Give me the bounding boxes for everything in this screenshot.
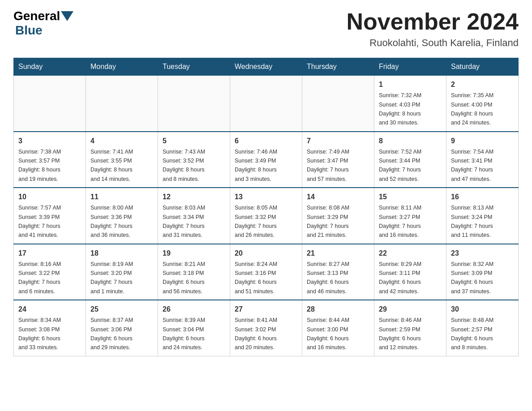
calendar-week-4: 17Sunrise: 8:16 AM Sunset: 3:22 PM Dayli…	[14, 244, 519, 300]
calendar-cell: 20Sunrise: 8:24 AM Sunset: 3:16 PM Dayli…	[230, 244, 302, 300]
calendar-cell: 14Sunrise: 8:08 AM Sunset: 3:29 PM Dayli…	[302, 188, 374, 244]
calendar-cell: 4Sunrise: 7:41 AM Sunset: 3:55 PM Daylig…	[86, 132, 158, 188]
calendar-cell	[14, 76, 86, 132]
day-info: Sunrise: 7:57 AM Sunset: 3:39 PM Dayligh…	[18, 205, 61, 238]
day-info: Sunrise: 8:37 AM Sunset: 3:06 PM Dayligh…	[90, 317, 133, 351]
day-info: Sunrise: 8:13 AM Sunset: 3:24 PM Dayligh…	[451, 205, 493, 238]
day-info: Sunrise: 8:39 AM Sunset: 3:04 PM Dayligh…	[163, 317, 205, 351]
calendar-week-5: 24Sunrise: 8:34 AM Sunset: 3:08 PM Dayli…	[14, 300, 519, 356]
day-number: 17	[18, 248, 81, 259]
day-info: Sunrise: 8:19 AM Sunset: 3:20 PM Dayligh…	[90, 261, 133, 295]
day-number: 14	[307, 192, 369, 202]
calendar-cell: 29Sunrise: 8:46 AM Sunset: 2:59 PM Dayli…	[374, 300, 446, 356]
day-info: Sunrise: 7:49 AM Sunset: 3:47 PM Dayligh…	[307, 149, 349, 182]
calendar-cell: 19Sunrise: 8:21 AM Sunset: 3:18 PM Dayli…	[158, 244, 230, 300]
calendar-cell: 16Sunrise: 8:13 AM Sunset: 3:24 PM Dayli…	[446, 188, 519, 244]
day-info: Sunrise: 8:00 AM Sunset: 3:36 PM Dayligh…	[90, 205, 133, 238]
calendar-cell: 10Sunrise: 7:57 AM Sunset: 3:39 PM Dayli…	[14, 188, 86, 244]
calendar-cell: 30Sunrise: 8:48 AM Sunset: 2:57 PM Dayli…	[446, 300, 519, 356]
day-number: 3	[18, 136, 81, 146]
day-info: Sunrise: 7:38 AM Sunset: 3:57 PM Dayligh…	[18, 149, 61, 182]
day-info: Sunrise: 8:24 AM Sunset: 3:16 PM Dayligh…	[235, 261, 277, 295]
calendar-cell	[230, 76, 302, 132]
day-info: Sunrise: 7:54 AM Sunset: 3:41 PM Dayligh…	[451, 149, 493, 182]
weekday-header-tuesday: Tuesday	[158, 58, 230, 76]
calendar-cell: 26Sunrise: 8:39 AM Sunset: 3:04 PM Dayli…	[158, 300, 230, 356]
day-number: 18	[90, 248, 153, 259]
calendar-cell: 12Sunrise: 8:03 AM Sunset: 3:34 PM Dayli…	[158, 188, 230, 244]
day-info: Sunrise: 8:32 AM Sunset: 3:09 PM Dayligh…	[451, 261, 493, 295]
day-number: 8	[379, 136, 442, 146]
day-info: Sunrise: 8:27 AM Sunset: 3:13 PM Dayligh…	[307, 261, 349, 295]
calendar-cell: 6Sunrise: 7:46 AM Sunset: 3:49 PM Daylig…	[230, 132, 302, 188]
day-info: Sunrise: 7:52 AM Sunset: 3:44 PM Dayligh…	[379, 149, 421, 182]
day-number: 7	[307, 136, 369, 146]
page-header: General Blue November 2024 Ruokolahti, S…	[13, 9, 519, 49]
calendar-cell: 7Sunrise: 7:49 AM Sunset: 3:47 PM Daylig…	[302, 132, 374, 188]
day-info: Sunrise: 8:03 AM Sunset: 3:34 PM Dayligh…	[163, 205, 205, 238]
calendar-week-3: 10Sunrise: 7:57 AM Sunset: 3:39 PM Dayli…	[14, 188, 519, 244]
day-number: 5	[163, 136, 225, 146]
day-number: 23	[451, 248, 514, 259]
calendar-cell: 13Sunrise: 8:05 AM Sunset: 3:32 PM Dayli…	[230, 188, 302, 244]
day-info: Sunrise: 8:46 AM Sunset: 2:59 PM Dayligh…	[379, 317, 421, 351]
calendar-cell: 22Sunrise: 8:29 AM Sunset: 3:11 PM Dayli…	[374, 244, 446, 300]
day-number: 19	[163, 248, 225, 259]
day-info: Sunrise: 7:41 AM Sunset: 3:55 PM Dayligh…	[90, 149, 133, 182]
day-number: 1	[379, 79, 442, 90]
day-number: 27	[235, 304, 297, 315]
weekday-header-thursday: Thursday	[302, 58, 374, 76]
calendar-cell: 25Sunrise: 8:37 AM Sunset: 3:06 PM Dayli…	[86, 300, 158, 356]
day-number: 12	[163, 192, 225, 202]
day-info: Sunrise: 8:21 AM Sunset: 3:18 PM Dayligh…	[163, 261, 205, 295]
day-number: 9	[451, 136, 514, 146]
calendar-cell	[158, 76, 230, 132]
day-info: Sunrise: 8:34 AM Sunset: 3:08 PM Dayligh…	[18, 317, 61, 351]
title-area: November 2024 Ruokolahti, South Karelia,…	[347, 9, 519, 49]
day-info: Sunrise: 8:05 AM Sunset: 3:32 PM Dayligh…	[235, 205, 277, 238]
day-info: Sunrise: 8:48 AM Sunset: 2:57 PM Dayligh…	[451, 317, 493, 351]
day-info: Sunrise: 8:29 AM Sunset: 3:11 PM Dayligh…	[379, 261, 421, 295]
day-number: 24	[18, 304, 81, 315]
day-number: 21	[307, 248, 369, 259]
day-number: 29	[379, 304, 442, 315]
day-number: 22	[379, 248, 442, 259]
day-info: Sunrise: 7:32 AM Sunset: 4:03 PM Dayligh…	[379, 92, 421, 126]
weekday-header-wednesday: Wednesday	[230, 58, 302, 76]
calendar-week-2: 3Sunrise: 7:38 AM Sunset: 3:57 PM Daylig…	[14, 132, 519, 188]
calendar-table: SundayMondayTuesdayWednesdayThursdayFrid…	[13, 58, 519, 356]
location-subtitle: Ruokolahti, South Karelia, Finland	[347, 37, 519, 49]
calendar-cell: 1Sunrise: 7:32 AM Sunset: 4:03 PM Daylig…	[374, 76, 446, 132]
calendar-cell: 17Sunrise: 8:16 AM Sunset: 3:22 PM Dayli…	[14, 244, 86, 300]
calendar-cell	[86, 76, 158, 132]
day-number: 11	[90, 192, 153, 202]
month-title: November 2024	[347, 9, 519, 34]
logo: General Blue	[13, 9, 74, 38]
day-info: Sunrise: 8:08 AM Sunset: 3:29 PM Dayligh…	[307, 205, 349, 238]
weekday-header-row: SundayMondayTuesdayWednesdayThursdayFrid…	[14, 58, 519, 76]
weekday-header-friday: Friday	[374, 58, 446, 76]
calendar-cell: 9Sunrise: 7:54 AM Sunset: 3:41 PM Daylig…	[446, 132, 519, 188]
calendar-cell: 8Sunrise: 7:52 AM Sunset: 3:44 PM Daylig…	[374, 132, 446, 188]
logo-triangle-icon	[61, 11, 73, 21]
day-info: Sunrise: 7:43 AM Sunset: 3:52 PM Dayligh…	[163, 149, 205, 182]
day-number: 25	[90, 304, 153, 315]
calendar-cell: 21Sunrise: 8:27 AM Sunset: 3:13 PM Dayli…	[302, 244, 374, 300]
weekday-header-monday: Monday	[86, 58, 158, 76]
calendar-cell: 28Sunrise: 8:44 AM Sunset: 3:00 PM Dayli…	[302, 300, 374, 356]
day-info: Sunrise: 7:35 AM Sunset: 4:00 PM Dayligh…	[451, 92, 493, 126]
calendar-cell: 11Sunrise: 8:00 AM Sunset: 3:36 PM Dayli…	[86, 188, 158, 244]
day-info: Sunrise: 8:41 AM Sunset: 3:02 PM Dayligh…	[235, 317, 277, 351]
day-number: 6	[235, 136, 297, 146]
logo-blue-text: Blue	[15, 23, 43, 37]
day-number: 26	[163, 304, 225, 315]
day-info: Sunrise: 8:44 AM Sunset: 3:00 PM Dayligh…	[307, 317, 349, 351]
day-info: Sunrise: 7:46 AM Sunset: 3:49 PM Dayligh…	[235, 149, 277, 182]
calendar-cell: 27Sunrise: 8:41 AM Sunset: 3:02 PM Dayli…	[230, 300, 302, 356]
weekday-header-saturday: Saturday	[446, 58, 519, 76]
day-info: Sunrise: 8:11 AM Sunset: 3:27 PM Dayligh…	[379, 205, 421, 238]
calendar-cell	[302, 76, 374, 132]
weekday-header-sunday: Sunday	[14, 58, 86, 76]
day-number: 15	[379, 192, 442, 202]
day-number: 28	[307, 304, 369, 315]
